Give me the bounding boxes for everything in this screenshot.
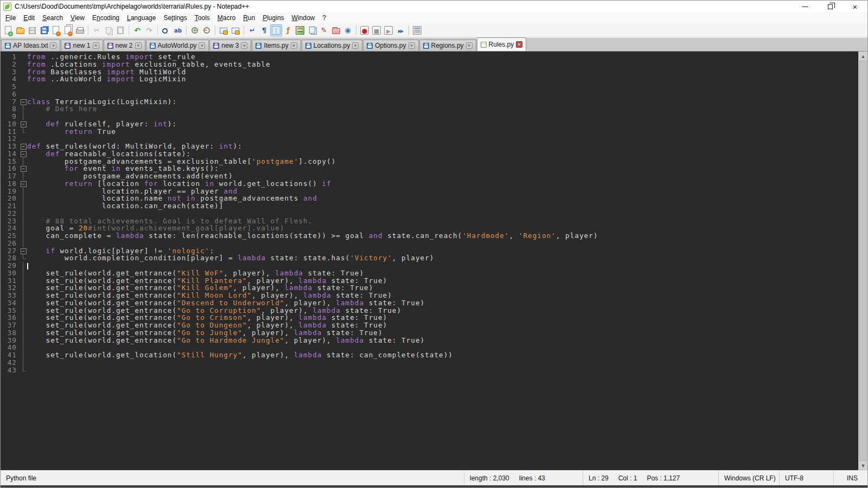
scroll-up-icon[interactable]: ▲ <box>859 52 867 61</box>
tab-locations-py[interactable]: Locations.py× <box>302 40 362 51</box>
menu-item-settings[interactable]: Settings <box>159 13 190 23</box>
zoom-out-button[interactable] <box>201 24 213 36</box>
code-line[interactable]: 15 postgame_advancements = exclusion_tab… <box>1 158 858 165</box>
status-eol-format[interactable]: Windows (CR LF) <box>719 471 780 485</box>
code-line[interactable]: 3from BaseClasses import MultiWorld <box>1 68 858 76</box>
menu-item-tools[interactable]: Tools <box>191 13 214 23</box>
fold-collapse-icon[interactable] <box>19 180 27 188</box>
menu-item-file[interactable]: File <box>2 13 20 23</box>
show-all-chars-button[interactable] <box>258 24 270 36</box>
code-line[interactable]: 13def set_rules(world: MultiWorld, playe… <box>1 143 858 150</box>
cut-button[interactable] <box>91 24 103 36</box>
edit-marker-button[interactable] <box>318 24 330 36</box>
close-tab-icon[interactable]: × <box>199 42 205 49</box>
close-tab-icon[interactable]: × <box>291 42 297 49</box>
close-tab-icon[interactable]: × <box>409 42 415 49</box>
close-tab-icon[interactable]: × <box>352 42 359 49</box>
monitoring-button[interactable] <box>342 24 354 36</box>
redo-button[interactable] <box>143 24 155 36</box>
open-button[interactable] <box>14 24 26 36</box>
code-line[interactable]: 35 set_rule(world.get_entrance("Go to Co… <box>1 307 858 314</box>
close-tab-icon[interactable]: × <box>50 42 56 49</box>
status-insert-mode[interactable]: INS <box>834 471 867 485</box>
code-line[interactable]: 5 <box>1 83 858 91</box>
code-line[interactable]: 14 def reachable_locations(state): <box>1 150 858 158</box>
code-line[interactable]: 36 set_rule(world.get_entrance("Go to Cr… <box>1 314 858 322</box>
copy-button[interactable] <box>103 24 114 36</box>
close-tab-icon[interactable]: × <box>516 41 522 48</box>
menu-item-help[interactable]: ? <box>318 13 330 23</box>
code-line[interactable]: 24 goal = 20#int(world.achievement_goal[… <box>1 224 858 232</box>
tab-new-3[interactable]: new 3× <box>209 40 251 51</box>
menu-item-window[interactable]: Window <box>288 13 319 23</box>
minimize-button[interactable] <box>793 1 818 12</box>
sync-h-button[interactable] <box>229 24 241 36</box>
scrollbar-thumb[interactable] <box>859 61 867 461</box>
menu-item-encoding[interactable]: Encoding <box>88 13 123 23</box>
tab-items-py[interactable]: Items.py× <box>252 40 301 51</box>
menu-item-language[interactable]: Language <box>123 13 159 23</box>
sync-v-button[interactable] <box>218 24 229 36</box>
tab-options-py[interactable]: Options.py× <box>363 40 418 51</box>
code-line[interactable]: 25 can_complete = lambda state: len(reac… <box>1 232 858 240</box>
code-line[interactable]: 17 postgame_advancements.add(event) <box>1 172 858 180</box>
word-wrap-button[interactable] <box>246 24 258 36</box>
close-tab-icon[interactable]: × <box>241 42 247 49</box>
doc-map-button[interactable] <box>294 24 306 36</box>
macro-rec-button[interactable] <box>359 24 371 36</box>
code-line[interactable]: 22 <box>1 210 858 217</box>
doc-list-button[interactable] <box>306 24 318 36</box>
status-encoding[interactable]: UTF-8 <box>780 471 834 485</box>
fold-collapse-icon[interactable] <box>19 120 27 128</box>
code-line[interactable]: 12 <box>1 135 858 143</box>
code-line[interactable]: 2from .Locations import exclusion_table,… <box>1 61 858 68</box>
macro-stop-button[interactable] <box>371 24 382 36</box>
macro-play-button[interactable] <box>382 24 394 36</box>
menu-item-edit[interactable]: Edit <box>20 13 39 23</box>
zoom-in-button[interactable] <box>189 24 201 36</box>
find-button[interactable] <box>160 24 172 36</box>
code-line[interactable]: 38 set_rule(world.get_entrance("Go to Ju… <box>1 329 858 337</box>
vertical-scrollbar[interactable]: ▲ ▼ <box>858 52 867 470</box>
menu-item-macro[interactable]: Macro <box>214 13 239 23</box>
replace-button[interactable] <box>172 24 184 36</box>
fold-collapse-icon[interactable] <box>19 143 27 150</box>
fold-collapse-icon[interactable] <box>19 98 27 106</box>
code-line[interactable]: 8 # Defs here <box>1 105 858 113</box>
tab-ap-ideas-txt[interactable]: AP Ideas.txt× <box>1 40 60 51</box>
fold-collapse-icon[interactable] <box>19 247 27 255</box>
code-line[interactable]: 10 def rule(self, player: int): <box>1 120 858 128</box>
code-line[interactable]: 4from ..AutoWorld import LogicMixin <box>1 75 858 83</box>
code-line[interactable]: 30 set_rule(world.get_entrance("Kill WoF… <box>1 269 858 277</box>
folder-workspace-button[interactable] <box>330 24 342 36</box>
code-line[interactable]: 6 <box>1 91 858 98</box>
menu-item-plugins[interactable]: Plugins <box>259 13 288 23</box>
tab-regions-py[interactable]: Regions.py× <box>419 40 476 51</box>
code-editor[interactable]: 1from ..generic.Rules import set_rule2fr… <box>1 52 858 470</box>
fold-collapse-icon[interactable] <box>19 165 27 172</box>
close-all-button[interactable] <box>62 24 74 36</box>
code-line[interactable]: 37 set_rule(world.get_entrance("Go to Du… <box>1 322 858 329</box>
code-line[interactable]: 34 set_rule(world.get_entrance("Descend … <box>1 299 858 307</box>
code-line[interactable]: 26 <box>1 240 858 247</box>
save-all-button[interactable] <box>38 24 50 36</box>
code-line[interactable]: 11 return True <box>1 128 858 136</box>
menu-item-search[interactable]: Search <box>39 13 67 23</box>
code-line[interactable]: 29 <box>1 262 858 269</box>
code-line[interactable]: 32 set_rule(world.get_entrance("Kill Gol… <box>1 284 858 292</box>
macro-save-button[interactable] <box>411 24 423 36</box>
code-line[interactable]: 43 <box>1 367 858 374</box>
code-line[interactable]: 39 set_rule(world.get_entrance("Go to Ha… <box>1 337 858 344</box>
menu-item-view[interactable]: View <box>67 13 88 23</box>
new-file-button[interactable] <box>2 24 14 36</box>
code-line[interactable]: 40 <box>1 344 858 351</box>
indent-guide-button[interactable] <box>270 24 282 36</box>
code-line[interactable]: 33 set_rule(world.get_entrance("Kill Moo… <box>1 292 858 299</box>
tab-autoworld-py[interactable]: AutoWorld.py× <box>146 40 209 51</box>
close-tab-icon[interactable]: × <box>93 42 99 49</box>
code-line[interactable]: 7class TerrariaLogic(LogicMixin): <box>1 98 858 106</box>
macro-multi-button[interactable] <box>394 24 406 36</box>
code-line[interactable]: 1from ..generic.Rules import set_rule <box>1 53 858 61</box>
paste-button[interactable] <box>114 24 126 36</box>
function-list-button[interactable] <box>282 24 294 36</box>
